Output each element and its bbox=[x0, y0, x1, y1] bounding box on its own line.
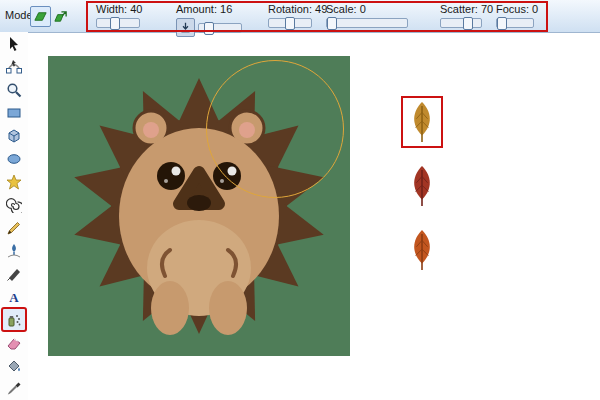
rectangle-icon bbox=[6, 105, 22, 121]
tool-text[interactable]: A bbox=[2, 285, 26, 308]
option-amount-slider[interactable] bbox=[198, 23, 242, 33]
option-scale-label: Scale: 0 bbox=[326, 3, 408, 15]
option-group-width: Width: 40 bbox=[96, 3, 142, 28]
option-group-scale: Scale: 0 bbox=[326, 3, 408, 28]
option-focus-label: Focus: 0 bbox=[496, 3, 538, 15]
tool-star[interactable] bbox=[2, 170, 26, 193]
eraser-icon bbox=[6, 335, 22, 351]
hedgehog-nose bbox=[187, 195, 211, 211]
leaf-dark-red[interactable] bbox=[403, 162, 441, 210]
tool-node-editor[interactable] bbox=[2, 55, 26, 78]
paint-bucket-icon bbox=[6, 358, 22, 374]
pressure-toggle-button[interactable] bbox=[176, 18, 195, 37]
option-scale-slider[interactable] bbox=[326, 18, 408, 28]
option-focus-slider[interactable] bbox=[496, 18, 534, 28]
drawing-canvas[interactable] bbox=[48, 56, 350, 356]
option-width-slider[interactable] bbox=[96, 18, 140, 28]
spray-tool-options-bar: Mode: Width: 40Amount: 16Rotation: 49Sca… bbox=[0, 0, 600, 33]
tool-box3d[interactable] bbox=[2, 124, 26, 147]
hedgehog-eye-right bbox=[213, 162, 241, 190]
hedgehog-foot-right bbox=[209, 281, 247, 335]
tool-spiral[interactable] bbox=[2, 193, 26, 216]
star-icon bbox=[6, 174, 22, 190]
tool-rectangle[interactable] bbox=[2, 101, 26, 124]
tool-spray[interactable] bbox=[2, 308, 26, 331]
calligraphy-icon bbox=[6, 266, 22, 282]
tool-selector[interactable] bbox=[2, 32, 26, 55]
option-width-slider-handle[interactable] bbox=[110, 17, 120, 30]
ellipse-icon bbox=[6, 151, 22, 167]
leaf-stack bbox=[403, 98, 441, 274]
leaf-gold[interactable] bbox=[403, 98, 441, 146]
option-width-label: Width: 40 bbox=[96, 3, 142, 15]
selector-icon bbox=[6, 36, 22, 52]
node-editor-icon bbox=[6, 59, 22, 75]
option-group-scatter: Scatter: 70 bbox=[440, 3, 493, 28]
option-scatter-slider-handle[interactable] bbox=[463, 17, 473, 30]
pen-icon bbox=[6, 243, 22, 259]
text-icon: A bbox=[6, 289, 22, 305]
option-group-focus: Focus: 0 bbox=[496, 3, 538, 28]
option-amount-slider-handle[interactable] bbox=[204, 22, 214, 35]
spiral-icon bbox=[6, 197, 22, 213]
tool-column: A bbox=[0, 32, 28, 400]
option-scatter-label: Scatter: 70 bbox=[440, 3, 493, 15]
leaf-orange[interactable] bbox=[403, 226, 441, 274]
tool-eraser[interactable] bbox=[2, 331, 26, 354]
box3d-icon bbox=[6, 128, 22, 144]
tool-calligraphy[interactable] bbox=[2, 262, 26, 285]
option-group-rotation: Rotation: 49 bbox=[268, 3, 327, 28]
mode-button-spray-copy[interactable] bbox=[30, 6, 51, 27]
option-scatter-slider[interactable] bbox=[440, 18, 482, 28]
hedgehog-foot-left bbox=[151, 281, 189, 335]
zoom-icon bbox=[6, 82, 22, 98]
option-focus-slider-handle[interactable] bbox=[497, 17, 507, 30]
hedgehog-eye-left bbox=[157, 162, 185, 190]
tool-dropper[interactable] bbox=[2, 377, 26, 400]
option-rotation-slider-handle[interactable] bbox=[285, 17, 295, 30]
tool-zoom[interactable] bbox=[2, 78, 26, 101]
svg-text:A: A bbox=[9, 290, 19, 305]
tool-paint-bucket[interactable] bbox=[2, 354, 26, 377]
tool-ellipse[interactable] bbox=[2, 147, 26, 170]
option-scale-slider-handle[interactable] bbox=[327, 17, 337, 30]
dropper-icon bbox=[6, 381, 22, 397]
option-amount-label: Amount: 16 bbox=[176, 3, 242, 15]
tool-pencil[interactable] bbox=[2, 216, 26, 239]
spray-icon bbox=[6, 312, 22, 328]
pencil-icon bbox=[6, 220, 22, 236]
tool-pen[interactable] bbox=[2, 239, 26, 262]
option-group-amount: Amount: 16 bbox=[176, 3, 242, 37]
hedgehog-illustration bbox=[48, 56, 350, 356]
option-rotation-slider[interactable] bbox=[268, 18, 312, 28]
inkscape-window: Mode: Width: 40Amount: 16Rotation: 49Sca… bbox=[0, 0, 600, 400]
mode-button-spray-clone[interactable] bbox=[50, 6, 71, 27]
option-rotation-label: Rotation: 49 bbox=[268, 3, 327, 15]
